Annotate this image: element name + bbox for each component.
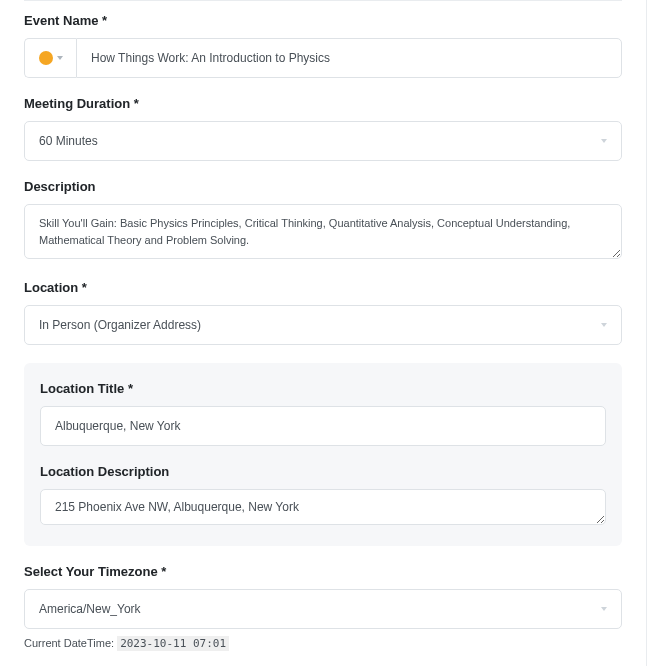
current-datetime-value: 2023-10-11 07:01: [117, 636, 229, 651]
event-form: Event Name * Meeting Duration * 60 Minut…: [0, 0, 647, 666]
color-picker[interactable]: [24, 38, 76, 78]
top-divider: [24, 0, 622, 1]
location-description-label: Location Description: [40, 464, 606, 479]
chevron-down-icon: [601, 323, 607, 327]
chevron-down-icon: [601, 139, 607, 143]
color-dot-icon: [39, 51, 53, 65]
location-description-textarea[interactable]: 215 Phoenix Ave NW, Albuquerque, New Yor…: [40, 489, 606, 525]
timezone-label: Select Your Timezone *: [24, 564, 622, 579]
meeting-duration-select[interactable]: 60 Minutes: [24, 121, 622, 161]
meeting-duration-group: Meeting Duration * 60 Minutes: [24, 96, 622, 161]
location-label: Location *: [24, 280, 622, 295]
meeting-duration-value: 60 Minutes: [39, 134, 98, 148]
description-group: Description Skill You'll Gain: Basic Phy…: [24, 179, 622, 262]
timezone-select[interactable]: America/New_York: [24, 589, 622, 629]
chevron-down-icon: [601, 607, 607, 611]
description-textarea[interactable]: Skill You'll Gain: Basic Physics Princip…: [24, 204, 622, 259]
location-details-box: Location Title * Location Description 21…: [24, 363, 622, 546]
location-title-group: Location Title *: [40, 381, 606, 446]
event-name-input[interactable]: [76, 38, 622, 78]
location-title-input[interactable]: [40, 406, 606, 446]
chevron-down-icon: [57, 56, 63, 60]
event-name-label: Event Name *: [24, 13, 622, 28]
location-group: Location * In Person (Organizer Address): [24, 280, 622, 345]
location-select[interactable]: In Person (Organizer Address): [24, 305, 622, 345]
event-name-row: [24, 38, 622, 78]
current-datetime-row: Current DateTime: 2023-10-11 07:01: [24, 637, 622, 650]
location-value: In Person (Organizer Address): [39, 318, 201, 332]
meeting-duration-label: Meeting Duration *: [24, 96, 622, 111]
location-title-label: Location Title *: [40, 381, 606, 396]
location-description-group: Location Description 215 Phoenix Ave NW,…: [40, 464, 606, 528]
timezone-value: America/New_York: [39, 602, 141, 616]
current-datetime-label: Current DateTime:: [24, 637, 117, 649]
timezone-group: Select Your Timezone * America/New_York …: [24, 564, 622, 650]
description-label: Description: [24, 179, 622, 194]
event-name-group: Event Name *: [24, 13, 622, 78]
